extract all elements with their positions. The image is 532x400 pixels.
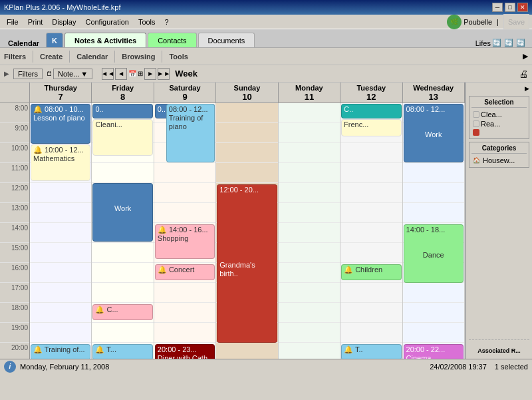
print-icon[interactable]: 🖨 [519, 69, 528, 79]
event-fri-c[interactable]: 🔔 C... [92, 304, 152, 320]
status-datetime: 24/02/2008 19:37 [430, 363, 487, 371]
associated-label[interactable]: Associated R... [469, 345, 529, 356]
nav-prev-prev-button[interactable]: ◄◄ [102, 68, 114, 80]
sec-tools[interactable]: Tools [169, 53, 188, 61]
close-button[interactable]: ✕ [517, 3, 528, 12]
event-sun-grandma[interactable]: 12:00 - 20... Grandma's birth.. [217, 184, 277, 343]
event-thu-math[interactable]: 🔔 10:00 - 12... Mathematics [31, 144, 90, 181]
sec-create[interactable]: Create [40, 53, 63, 61]
right-panel: ▶ Selection Clea... Rea... Categories 🏠 … [466, 83, 532, 359]
event-sat-piano[interactable]: 08:00 - 12... Training of piano [166, 104, 215, 162]
filter-arrow: ▶ [4, 70, 9, 77]
day-column-sun: 12:00 - 20... Grandma's birth.. [216, 103, 278, 359]
event-sat-diner[interactable]: 20:00 - 23... Diner with Cath. [155, 344, 215, 359]
event-fri-work[interactable]: Work [92, 183, 152, 242]
lifes-label: Lifes 🔄 🔄 🔄 [473, 39, 529, 47]
panel-spacer [469, 170, 529, 334]
day-header-wed: Wednesday 13 [403, 83, 465, 102]
sec-calendar[interactable]: Calendar [76, 53, 108, 61]
user-area: 🌿 Poubelle | Save [447, 14, 529, 30]
selection-title: Selection [471, 99, 527, 108]
day-column-wed: 08:00 - 12... Work 14:00 - 18... Dance 2… [403, 103, 465, 359]
event-tue-c[interactable]: C.. [341, 104, 401, 118]
menu-configuration[interactable]: Configuration [81, 17, 132, 27]
menu-print[interactable]: Print [24, 17, 47, 27]
selection-item-clea[interactable]: Clea... [471, 110, 527, 119]
day-column-sat: 0.. 08:00 - 12... Training of piano 🔔 14… [154, 103, 216, 359]
calendar: Thursday 7 Friday 8 Saturday 9 Sunday 10… [0, 83, 466, 359]
tabbar: Calendar K Notes & Activities Contacts D… [0, 29, 532, 48]
selection-panel: Selection Clea... Rea... [469, 96, 529, 139]
minimize-button[interactable]: ─ [492, 3, 503, 12]
week-nav: ◄◄ ◄ 📅 ⊞ ► ►► Week [102, 68, 201, 80]
week-label: Week [171, 69, 201, 79]
titlebar-controls: ─ □ ✕ [492, 3, 528, 12]
selection-color-3 [473, 129, 479, 136]
scroll-right-arrow[interactable]: ▶ [523, 52, 528, 61]
event-tue-french[interactable]: Frenc... [341, 119, 401, 136]
event-fri-cleaning[interactable]: Cleani... [92, 119, 152, 156]
status-date: Monday, February 11, 2008 [20, 363, 109, 371]
time-gutter: 8:00 9:00 10:00 11:00 12:00 13:00 14:00 … [0, 103, 30, 359]
tab-notes[interactable]: Notes & Activities [65, 33, 146, 47]
nav-next-button[interactable]: ► [144, 68, 156, 80]
day-column-mon [279, 103, 340, 359]
separator: | [497, 18, 499, 26]
menu-file[interactable]: File [3, 17, 23, 27]
save-button[interactable]: Save [503, 14, 529, 30]
calendar-icon[interactable]: 📅 [128, 70, 136, 77]
note-button[interactable]: Note... ▼ [53, 69, 92, 79]
event-fri-1[interactable]: 0.. [92, 104, 152, 118]
grid-icon[interactable]: ⊞ [138, 70, 143, 77]
sec-browsing[interactable]: Browsing [122, 53, 155, 61]
menubar: File Print Display Configuration Tools ?… [0, 15, 532, 29]
day-header-tue: Tuesday 12 [340, 83, 402, 102]
event-tue-t[interactable]: 🔔 T.. [341, 344, 401, 359]
day-header-sun: Sunday 10 [216, 83, 278, 102]
event-wed-work[interactable]: 08:00 - 12... Work [404, 104, 464, 162]
event-wed-dance[interactable]: 14:00 - 18... Dance [404, 224, 464, 283]
housew-icon: 🏠 [473, 157, 480, 164]
filters-button[interactable]: Filters [13, 69, 43, 79]
filter-toolbar: ▶ Filters 🗒 Note... ▼ ◄◄ ◄ 📅 ⊞ ► ►► Week… [0, 65, 532, 83]
event-thu-training[interactable]: 🔔 Training of... [31, 344, 90, 359]
categories-item-housew[interactable]: 🏠 Housew... [471, 156, 527, 165]
user-label: Poubelle [464, 18, 492, 26]
selection-color-1 [473, 111, 479, 118]
calendar-body: 8:00 9:00 10:00 11:00 12:00 13:00 14:00 … [0, 103, 465, 359]
menu-tools[interactable]: Tools [134, 17, 160, 27]
time-gutter-header [0, 83, 30, 102]
nav-prev-button[interactable]: ◄ [115, 68, 127, 80]
day-column-tue: C.. Frenc... 🔔 Children 🔔 T.. [340, 103, 402, 359]
status-right: 24/02/2008 19:37 1 selected [430, 363, 528, 371]
titlebar-title: KPlan Plus 2.006 - MyWholeLife.kpf [4, 3, 120, 11]
tab-contacts[interactable]: Contacts [148, 33, 196, 47]
selection-item-red[interactable] [471, 128, 527, 136]
day-header-thu: Thursday 7 [30, 83, 92, 102]
nav-next-next-button[interactable]: ►► [158, 68, 170, 80]
sec-sep3 [114, 51, 115, 63]
status-selected: 1 selected [495, 363, 528, 371]
maximize-button[interactable]: □ [505, 3, 515, 12]
day-column-thu: 🔔 08:00 - 10... Lesson of piano 🔔 10:00 … [30, 103, 92, 359]
panel-scroll-arrow[interactable]: ▶ [469, 85, 529, 92]
event-sat-shopping[interactable]: 🔔 14:00 - 16... Shopping [155, 224, 215, 259]
menu-help[interactable]: ? [161, 17, 173, 27]
event-tue-children[interactable]: 🔔 Children [341, 264, 401, 280]
day-column-fri: 0.. Cleani... Work 🔔 C... 🔔 T... [92, 103, 154, 359]
day-header-mon: Monday 11 [279, 83, 340, 102]
day-header-fri: Friday 8 [92, 83, 154, 102]
status-icon: i [4, 361, 16, 373]
event-fri-t[interactable]: 🔔 T... [92, 344, 152, 359]
selection-item-rea[interactable]: Rea... [471, 119, 527, 128]
sec-filters[interactable]: Filters [4, 53, 26, 61]
categories-title: Categories [471, 144, 527, 154]
menu-display[interactable]: Display [48, 17, 80, 27]
tab-documents[interactable]: Documents [198, 33, 255, 47]
event-sat-concert[interactable]: 🔔 Concert [155, 264, 215, 280]
day-headers: Thursday 7 Friday 8 Saturday 9 Sunday 10… [0, 83, 465, 103]
selection-color-2 [473, 120, 479, 127]
event-wed-cinema[interactable]: 20:00 - 22... Cinema [404, 344, 464, 359]
event-thu-lesson[interactable]: 🔔 08:00 - 10... Lesson of piano [31, 104, 90, 144]
secondary-toolbar: Filters Create Calendar Browsing Tools ▶ [0, 48, 532, 65]
